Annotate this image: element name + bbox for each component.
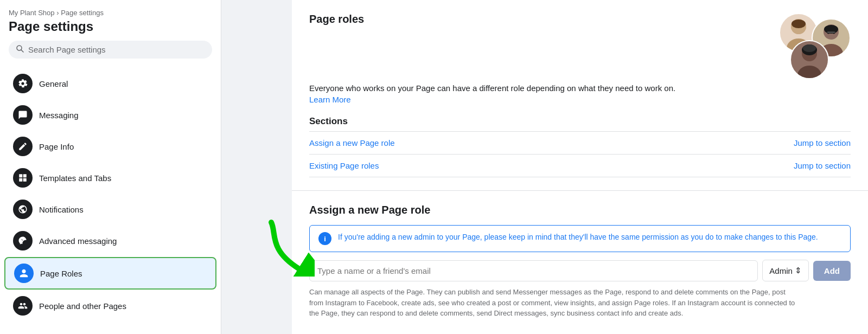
search-icon xyxy=(16,45,24,54)
grid-icon xyxy=(13,168,33,188)
search-input[interactable] xyxy=(28,45,205,54)
info-icon: i xyxy=(318,232,331,245)
svg-point-6 xyxy=(792,20,806,28)
sidebar-header: My Plant Shop › Page settings Page setti… xyxy=(0,0,221,67)
person-icon xyxy=(14,264,34,283)
role-description: Can manage all aspects of the Page. They… xyxy=(309,287,797,319)
jump-to-existing[interactable]: Jump to section xyxy=(794,161,851,170)
sidebar-item-page-info[interactable]: Page Info xyxy=(4,131,216,162)
description-text: Everyone who works on your Page can have… xyxy=(309,84,675,93)
search-box[interactable] xyxy=(9,41,212,59)
page-roles-title-block: Page roles xyxy=(309,13,364,25)
sections-title: Sections xyxy=(309,116,851,127)
svg-point-15 xyxy=(797,66,821,79)
sidebar-nav: General Messaging Page Info xyxy=(0,67,221,334)
sidebar-item-people-pages[interactable]: People and other Pages xyxy=(4,291,216,321)
assign-new-role-link[interactable]: Assign a new Page role xyxy=(309,138,395,147)
main-container: Page roles xyxy=(221,0,868,334)
page-title: Page settings xyxy=(9,19,212,34)
add-button[interactable]: Add xyxy=(813,261,851,281)
section-link-row-existing: Existing Page roles Jump to section xyxy=(309,155,851,177)
assign-new-role-title: Assign a new Page role xyxy=(309,204,851,216)
page-roles-header-section: Page roles xyxy=(292,0,868,191)
sidebar-item-notifications[interactable]: Notifications xyxy=(4,194,216,224)
sidebar-item-label-people-pages: People and other Pages xyxy=(39,301,126,311)
assign-new-role-section: Assign a new Page role i If you're addin… xyxy=(292,191,868,332)
sidebar: My Plant Shop › Page settings Page setti… xyxy=(0,0,221,334)
sidebar-item-label-page-roles: Page Roles xyxy=(40,269,82,278)
name-email-input[interactable] xyxy=(309,260,758,281)
role-select-label: Admin xyxy=(769,266,793,275)
breadcrumb: My Plant Shop › Page settings xyxy=(9,9,212,17)
sidebar-item-label-notifications: Notifications xyxy=(39,205,84,214)
section-link-row-assign: Assign a new Page role Jump to section xyxy=(309,132,851,155)
avatars-container xyxy=(764,13,851,78)
existing-page-roles-link[interactable]: Existing Page roles xyxy=(309,161,379,170)
sidebar-spacer xyxy=(221,0,292,334)
messenger-icon xyxy=(13,231,33,251)
page-roles-description: Everyone who works on your Page can have… xyxy=(309,82,678,105)
learn-more-link[interactable]: Learn More xyxy=(309,95,351,104)
content-area: Page roles xyxy=(292,0,868,334)
sidebar-item-label-templates: Templates and Tabs xyxy=(39,174,111,183)
chat-icon xyxy=(13,105,33,125)
sidebar-item-label-page-info: Page Info xyxy=(39,142,74,151)
sidebar-item-label-messaging: Messaging xyxy=(39,111,79,120)
sidebar-item-label-advanced-messaging: Advanced messaging xyxy=(39,236,117,246)
sidebar-item-advanced-messaging[interactable]: Advanced messaging xyxy=(4,226,216,256)
sidebar-item-general[interactable]: General xyxy=(4,68,216,99)
avatar-3 xyxy=(790,40,829,79)
svg-point-17 xyxy=(803,44,816,52)
sidebar-item-templates[interactable]: Templates and Tabs xyxy=(4,163,216,193)
role-select[interactable]: Admin ⇕ xyxy=(762,260,809,281)
sidebar-item-messaging[interactable]: Messaging xyxy=(4,100,216,130)
svg-line-1 xyxy=(21,50,24,53)
breadcrumb-separator: › xyxy=(56,9,59,17)
input-row: Admin ⇕ Add xyxy=(309,260,851,281)
jump-to-assign[interactable]: Jump to section xyxy=(794,138,851,147)
gear-icon xyxy=(13,74,33,93)
sidebar-item-page-roles[interactable]: Page Roles xyxy=(4,257,216,290)
role-select-arrow: ⇕ xyxy=(795,266,802,275)
sidebar-item-label-general: General xyxy=(39,79,68,88)
globe-icon xyxy=(13,200,33,219)
svg-rect-13 xyxy=(827,32,835,33)
pencil-icon xyxy=(13,137,33,156)
page-roles-title: Page roles xyxy=(309,13,364,25)
info-banner-text: If you're adding a new admin to your Pag… xyxy=(338,232,818,243)
page-roles-header: Page roles xyxy=(309,13,851,78)
breadcrumb-parent: My Plant Shop xyxy=(9,9,55,17)
breadcrumb-current: Page settings xyxy=(61,9,104,17)
info-banner: i If you're adding a new admin to your P… xyxy=(309,225,851,252)
people-icon xyxy=(13,296,33,316)
